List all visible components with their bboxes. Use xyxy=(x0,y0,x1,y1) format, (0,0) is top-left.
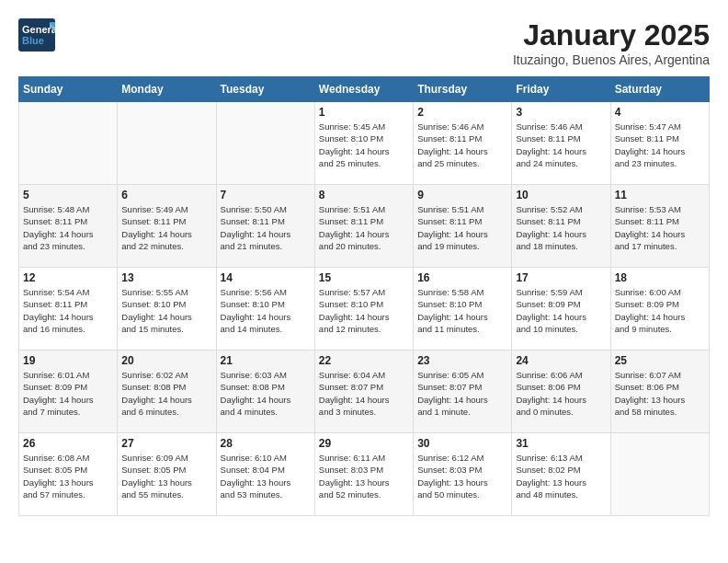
logo-icon: General Blue xyxy=(18,18,55,52)
calendar-cell xyxy=(216,102,314,185)
page-header: General Blue January 2025 Ituzaingo, Bue… xyxy=(18,18,710,67)
day-info: Sunrise: 5:46 AM Sunset: 8:11 PM Dayligh… xyxy=(417,121,507,169)
day-info: Sunrise: 6:07 AM Sunset: 8:06 PM Dayligh… xyxy=(615,369,705,418)
calendar-cell: 6Sunrise: 5:49 AM Sunset: 8:11 PM Daylig… xyxy=(118,185,216,268)
day-number: 8 xyxy=(319,189,409,201)
calendar-cell: 26Sunrise: 6:08 AM Sunset: 8:05 PM Dayli… xyxy=(19,433,118,516)
calendar-week-row: 19Sunrise: 6:01 AM Sunset: 8:09 PM Dayli… xyxy=(19,350,710,433)
day-number: 24 xyxy=(516,354,606,367)
calendar-cell: 3Sunrise: 5:46 AM Sunset: 8:11 PM Daylig… xyxy=(512,102,610,185)
calendar-cell xyxy=(19,102,118,185)
day-info: Sunrise: 6:11 AM Sunset: 8:03 PM Dayligh… xyxy=(319,452,409,500)
day-number: 23 xyxy=(417,354,507,367)
day-number: 30 xyxy=(417,437,507,450)
day-number: 12 xyxy=(23,271,113,284)
calendar-week-row: 26Sunrise: 6:08 AM Sunset: 8:05 PM Dayli… xyxy=(19,433,710,516)
calendar-week-row: 5Sunrise: 5:48 AM Sunset: 8:11 PM Daylig… xyxy=(19,185,710,268)
day-info: Sunrise: 5:59 AM Sunset: 8:09 PM Dayligh… xyxy=(516,286,606,335)
calendar-cell: 9Sunrise: 5:51 AM Sunset: 8:11 PM Daylig… xyxy=(414,185,512,268)
calendar-cell xyxy=(610,433,709,516)
calendar-cell: 22Sunrise: 6:04 AM Sunset: 8:07 PM Dayli… xyxy=(314,350,413,433)
weekday-header-monday: Monday xyxy=(118,77,216,102)
day-info: Sunrise: 5:51 AM Sunset: 8:11 PM Dayligh… xyxy=(319,203,409,252)
calendar-cell: 17Sunrise: 5:59 AM Sunset: 8:09 PM Dayli… xyxy=(512,268,610,350)
calendar-cell: 13Sunrise: 5:55 AM Sunset: 8:10 PM Dayli… xyxy=(118,268,216,350)
calendar-cell: 21Sunrise: 6:03 AM Sunset: 8:08 PM Dayli… xyxy=(216,350,314,433)
calendar-cell: 11Sunrise: 5:53 AM Sunset: 8:11 PM Dayli… xyxy=(610,185,709,268)
weekday-header-friday: Friday xyxy=(512,77,610,102)
day-number: 18 xyxy=(615,271,705,284)
day-info: Sunrise: 5:57 AM Sunset: 8:10 PM Dayligh… xyxy=(319,286,409,335)
calendar-cell: 5Sunrise: 5:48 AM Sunset: 8:11 PM Daylig… xyxy=(19,185,118,268)
calendar-cell: 15Sunrise: 5:57 AM Sunset: 8:10 PM Dayli… xyxy=(314,268,413,350)
weekday-header-wednesday: Wednesday xyxy=(314,77,413,102)
calendar-cell xyxy=(118,102,216,185)
day-number: 19 xyxy=(23,354,113,367)
calendar-cell: 27Sunrise: 6:09 AM Sunset: 8:05 PM Dayli… xyxy=(118,433,216,516)
day-number: 25 xyxy=(615,354,705,367)
day-number: 2 xyxy=(417,106,507,119)
day-info: Sunrise: 5:45 AM Sunset: 8:10 PM Dayligh… xyxy=(319,121,409,169)
day-info: Sunrise: 5:51 AM Sunset: 8:11 PM Dayligh… xyxy=(417,203,507,252)
day-info: Sunrise: 5:47 AM Sunset: 8:11 PM Dayligh… xyxy=(615,121,705,169)
day-number: 15 xyxy=(319,271,409,284)
day-number: 7 xyxy=(221,189,311,201)
calendar-cell: 30Sunrise: 6:12 AM Sunset: 8:03 PM Dayli… xyxy=(414,433,512,516)
day-info: Sunrise: 6:12 AM Sunset: 8:03 PM Dayligh… xyxy=(417,452,507,500)
day-info: Sunrise: 6:09 AM Sunset: 8:05 PM Dayligh… xyxy=(121,452,211,500)
calendar-cell: 14Sunrise: 5:56 AM Sunset: 8:10 PM Dayli… xyxy=(216,268,314,350)
weekday-header-sunday: Sunday xyxy=(19,77,118,102)
day-info: Sunrise: 6:05 AM Sunset: 8:07 PM Dayligh… xyxy=(417,369,507,418)
calendar-cell: 1Sunrise: 5:45 AM Sunset: 8:10 PM Daylig… xyxy=(314,102,413,185)
calendar-cell: 31Sunrise: 6:13 AM Sunset: 8:02 PM Dayli… xyxy=(512,433,610,516)
day-info: Sunrise: 6:02 AM Sunset: 8:08 PM Dayligh… xyxy=(121,369,211,418)
day-number: 17 xyxy=(516,271,606,284)
calendar-week-row: 1Sunrise: 5:45 AM Sunset: 8:10 PM Daylig… xyxy=(19,102,710,185)
logo: General Blue xyxy=(18,18,55,52)
day-info: Sunrise: 5:52 AM Sunset: 8:11 PM Dayligh… xyxy=(516,203,606,252)
day-number: 1 xyxy=(319,106,409,119)
day-info: Sunrise: 6:08 AM Sunset: 8:05 PM Dayligh… xyxy=(23,452,113,500)
day-number: 11 xyxy=(615,189,705,201)
calendar-cell: 7Sunrise: 5:50 AM Sunset: 8:11 PM Daylig… xyxy=(216,185,314,268)
day-info: Sunrise: 5:53 AM Sunset: 8:11 PM Dayligh… xyxy=(615,203,705,252)
day-number: 31 xyxy=(516,437,606,450)
day-info: Sunrise: 6:06 AM Sunset: 8:06 PM Dayligh… xyxy=(516,369,606,418)
calendar-cell: 18Sunrise: 6:00 AM Sunset: 8:09 PM Dayli… xyxy=(610,268,709,350)
day-number: 4 xyxy=(615,106,705,119)
weekday-header-tuesday: Tuesday xyxy=(216,77,314,102)
calendar-cell: 25Sunrise: 6:07 AM Sunset: 8:06 PM Dayli… xyxy=(610,350,709,433)
day-info: Sunrise: 6:00 AM Sunset: 8:09 PM Dayligh… xyxy=(615,286,705,335)
calendar-table: SundayMondayTuesdayWednesdayThursdayFrid… xyxy=(18,76,710,516)
day-number: 20 xyxy=(121,354,211,367)
title-block: January 2025 Ituzaingo, Buenos Aires, Ar… xyxy=(513,18,710,67)
calendar-cell: 19Sunrise: 6:01 AM Sunset: 8:09 PM Dayli… xyxy=(19,350,118,433)
day-info: Sunrise: 5:56 AM Sunset: 8:10 PM Dayligh… xyxy=(221,286,311,335)
calendar-cell: 8Sunrise: 5:51 AM Sunset: 8:11 PM Daylig… xyxy=(314,185,413,268)
day-number: 22 xyxy=(319,354,409,367)
day-info: Sunrise: 5:55 AM Sunset: 8:10 PM Dayligh… xyxy=(121,286,211,335)
day-number: 13 xyxy=(121,271,211,284)
day-info: Sunrise: 6:13 AM Sunset: 8:02 PM Dayligh… xyxy=(516,452,606,500)
page-subtitle: Ituzaingo, Buenos Aires, Argentina xyxy=(513,52,710,67)
day-info: Sunrise: 6:01 AM Sunset: 8:09 PM Dayligh… xyxy=(23,369,113,418)
day-info: Sunrise: 5:54 AM Sunset: 8:11 PM Dayligh… xyxy=(23,286,113,335)
calendar-cell: 23Sunrise: 6:05 AM Sunset: 8:07 PM Dayli… xyxy=(414,350,512,433)
calendar-cell: 24Sunrise: 6:06 AM Sunset: 8:06 PM Dayli… xyxy=(512,350,610,433)
weekday-header-row: SundayMondayTuesdayWednesdayThursdayFrid… xyxy=(19,77,710,102)
calendar-cell: 4Sunrise: 5:47 AM Sunset: 8:11 PM Daylig… xyxy=(610,102,709,185)
calendar-cell: 12Sunrise: 5:54 AM Sunset: 8:11 PM Dayli… xyxy=(19,268,118,350)
calendar-cell: 29Sunrise: 6:11 AM Sunset: 8:03 PM Dayli… xyxy=(314,433,413,516)
day-number: 9 xyxy=(417,189,507,201)
day-number: 3 xyxy=(516,106,606,119)
day-number: 16 xyxy=(417,271,507,284)
day-number: 5 xyxy=(23,189,113,201)
day-info: Sunrise: 5:50 AM Sunset: 8:11 PM Dayligh… xyxy=(221,203,311,252)
calendar-week-row: 12Sunrise: 5:54 AM Sunset: 8:11 PM Dayli… xyxy=(19,268,710,350)
day-info: Sunrise: 6:04 AM Sunset: 8:07 PM Dayligh… xyxy=(319,369,409,418)
day-info: Sunrise: 5:49 AM Sunset: 8:11 PM Dayligh… xyxy=(121,203,211,252)
day-info: Sunrise: 6:10 AM Sunset: 8:04 PM Dayligh… xyxy=(221,452,311,500)
day-number: 27 xyxy=(121,437,211,450)
day-number: 10 xyxy=(516,189,606,201)
day-info: Sunrise: 5:48 AM Sunset: 8:11 PM Dayligh… xyxy=(23,203,113,252)
